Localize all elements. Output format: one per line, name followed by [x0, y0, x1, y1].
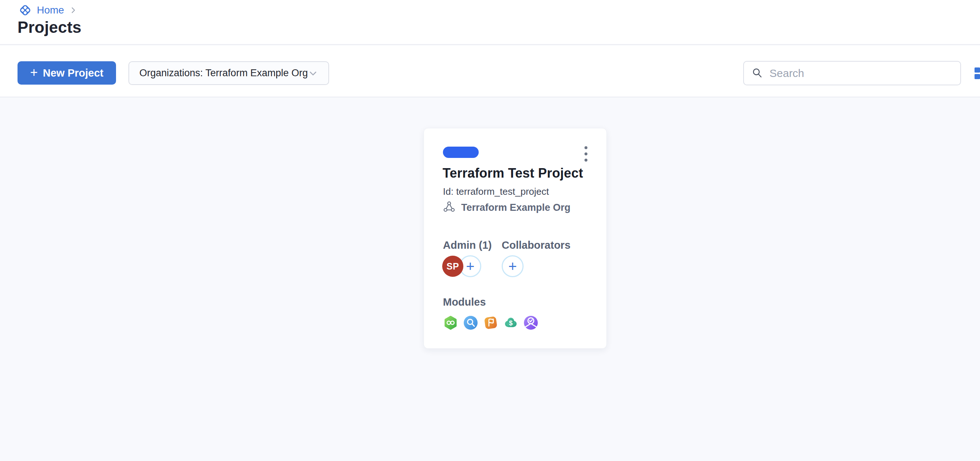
- members-row: SP + +: [424, 255, 606, 278]
- admin-section-label: Admin (1): [443, 239, 492, 251]
- magnifier-circle-icon: [463, 315, 478, 331]
- ci-infinity-hexagon-icon: [443, 315, 458, 331]
- project-id: Id: terraform_test_project: [443, 186, 549, 197]
- add-collaborator-button[interactable]: +: [502, 255, 523, 277]
- layout-toggle-icon[interactable]: [975, 67, 980, 79]
- organization-name: Terraform Example Org: [461, 202, 571, 213]
- modules-section-label: Modules: [443, 296, 486, 308]
- new-project-label: New Project: [43, 67, 103, 79]
- plus-icon: +: [30, 65, 38, 80]
- page-header: Home Projects: [0, 0, 980, 45]
- page-title: Projects: [18, 18, 81, 37]
- projects-grid: Terraform Test Project Id: terraform_tes…: [0, 98, 980, 461]
- project-menu-button[interactable]: [579, 144, 593, 164]
- organization-filter-value: Organizations: Terraform Example Org: [139, 67, 308, 79]
- breadcrumb: Home: [18, 3, 77, 17]
- new-project-button[interactable]: + New Project: [18, 61, 116, 84]
- admin-avatar[interactable]: SP: [442, 256, 463, 277]
- project-card[interactable]: Terraform Test Project Id: terraform_tes…: [423, 128, 607, 349]
- search-field: [743, 61, 961, 85]
- svg-text:$: $: [509, 320, 512, 327]
- feature-flag-icon: [483, 315, 498, 331]
- chevron-right-icon: [69, 6, 77, 14]
- app-logo-icon[interactable]: [18, 3, 32, 17]
- organization-icon: [442, 200, 456, 215]
- collaborators-section-label: Collaborators: [502, 239, 571, 251]
- reliability-check-icon: [523, 315, 539, 331]
- modules-row: $: [443, 315, 539, 331]
- chevron-down-icon: [308, 68, 318, 78]
- projects-page: Home Projects + New Project Organization…: [0, 0, 980, 461]
- project-color-bar: [443, 146, 479, 158]
- project-title: Terraform Test Project: [442, 165, 583, 181]
- search-icon: [751, 67, 764, 79]
- toolbar: + New Project Organizations: Terraform E…: [0, 46, 980, 97]
- breadcrumb-home-link[interactable]: Home: [37, 3, 64, 17]
- search-input[interactable]: [770, 67, 953, 79]
- project-organization: Terraform Example Org: [442, 200, 571, 215]
- cloud-cost-dollar-icon: $: [503, 315, 519, 331]
- organization-filter-dropdown[interactable]: Organizations: Terraform Example Org: [129, 61, 329, 85]
